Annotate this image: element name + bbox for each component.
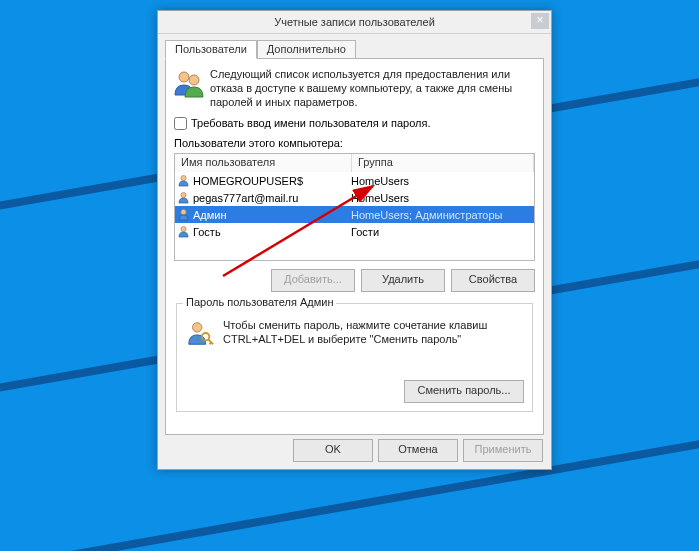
users-list-label: Пользователи этого компьютера: — [174, 137, 343, 149]
cell-name: Админ — [191, 209, 347, 221]
require-login-checkbox[interactable] — [174, 117, 187, 130]
password-instruction: Чтобы сменить пароль, нажмите сочетание … — [223, 318, 522, 346]
password-groupbox: Пароль пользователя Админ Чтобы сменить … — [176, 303, 533, 412]
close-icon: × — [536, 13, 543, 27]
apply-button[interactable]: Применить — [463, 439, 543, 462]
column-name[interactable]: Имя пользователя — [175, 154, 352, 172]
user-icon — [175, 191, 191, 204]
cell-group: HomeUsers; Администраторы — [347, 209, 534, 221]
users-icon — [172, 67, 204, 99]
cancel-button[interactable]: Отмена — [378, 439, 458, 462]
table-row[interactable]: АдминHomeUsers; Администраторы — [175, 206, 534, 223]
tab-strip: ПользователиДополнительно — [165, 40, 356, 59]
cell-name: Гость — [191, 226, 347, 238]
svg-point-5 — [180, 226, 185, 231]
require-login-label: Требовать ввод имени пользователя и паро… — [191, 117, 430, 129]
require-login-checkbox-row[interactable]: Требовать ввод имени пользователя и паро… — [174, 115, 533, 131]
key-user-icon — [185, 318, 215, 348]
svg-point-3 — [180, 192, 185, 197]
close-button[interactable]: × — [531, 13, 549, 29]
table-row[interactable]: ГостьГости — [175, 223, 534, 240]
list-header[interactable]: Имя пользователя Группа — [175, 154, 534, 172]
tab-panel: Следующий список используется для предос… — [165, 58, 544, 435]
cell-group: Гости — [347, 226, 534, 238]
svg-point-0 — [179, 72, 189, 82]
properties-button[interactable]: Свойства — [451, 269, 535, 292]
user-icon — [175, 174, 191, 187]
window-title: Учетные записи пользователей — [274, 16, 435, 28]
titlebar[interactable]: Учетные записи пользователей × — [158, 11, 551, 34]
column-group[interactable]: Группа — [352, 154, 534, 172]
ok-button[interactable]: OK — [293, 439, 373, 462]
change-password-button[interactable]: Сменить пароль... — [404, 380, 524, 403]
cell-group: HomeUsers — [347, 192, 534, 204]
table-row[interactable]: pegas777art@mail.ruHomeUsers — [175, 189, 534, 206]
dialog-buttons: OK Отмена Применить — [293, 439, 543, 462]
users-listbox[interactable]: Имя пользователя Группа HOMEGROUPUSER$Ho… — [174, 153, 535, 261]
list-buttons: Добавить... Удалить Свойства — [271, 269, 535, 292]
svg-point-6 — [193, 323, 202, 332]
cell-name: HOMEGROUPUSER$ — [191, 175, 347, 187]
tab-advanced[interactable]: Дополнительно — [257, 40, 356, 58]
intro-text: Следующий список используется для предос… — [210, 67, 533, 109]
groupbox-title: Пароль пользователя Админ — [183, 296, 336, 308]
cell-name: pegas777art@mail.ru — [191, 192, 347, 204]
user-icon — [175, 225, 191, 238]
remove-button[interactable]: Удалить — [361, 269, 445, 292]
table-row[interactable]: HOMEGROUPUSER$HomeUsers — [175, 172, 534, 189]
svg-point-2 — [180, 175, 185, 180]
tab-users[interactable]: Пользователи — [165, 40, 257, 59]
cell-group: HomeUsers — [347, 175, 534, 187]
user-accounts-window: Учетные записи пользователей × Пользоват… — [157, 10, 552, 470]
user-icon — [175, 208, 191, 221]
svg-point-1 — [189, 75, 199, 85]
svg-point-4 — [180, 209, 185, 214]
desktop-background: Учетные записи пользователей × Пользоват… — [0, 0, 699, 551]
add-button[interactable]: Добавить... — [271, 269, 355, 292]
